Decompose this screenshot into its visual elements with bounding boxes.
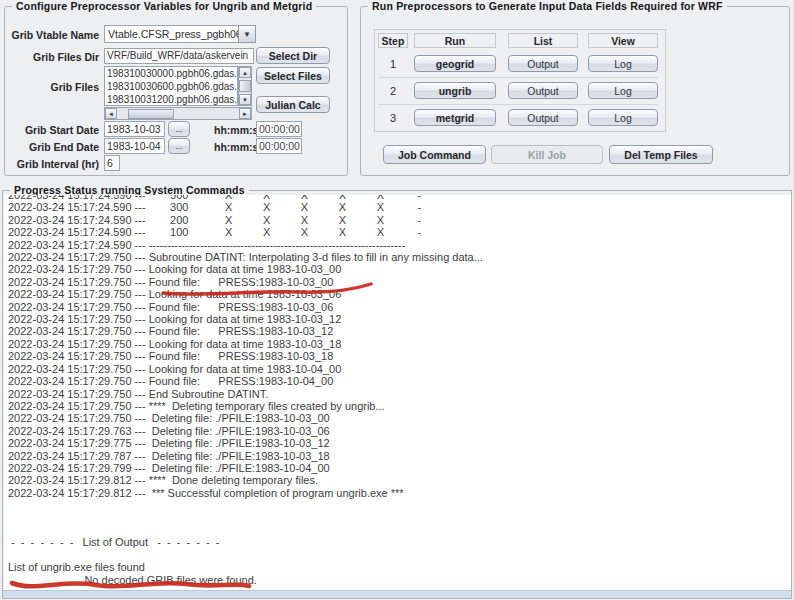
grib-start-time-input[interactable]: 00:00:00 — [256, 121, 302, 137]
scrollbar-thumb[interactable] — [239, 80, 251, 92]
ungrib-output-button[interactable]: Output — [508, 82, 578, 99]
combo-dropdown-button[interactable]: ▼ — [238, 25, 256, 43]
grib-files-dir-label: Grib Files Dir — [33, 51, 99, 63]
run-geogrid-button[interactable]: geogrid — [414, 55, 496, 72]
log-horizontal-scrollbar[interactable] — [3, 590, 791, 598]
grib-files-horizontal-scrollbar[interactable]: ◄ ► — [104, 107, 252, 120]
run-panel-title: Run Preprocessors to Generate Input Data… — [368, 0, 727, 12]
ungrib-log-button[interactable]: Log — [588, 82, 658, 99]
start-date-picker-button[interactable]: ... — [168, 121, 190, 137]
scroll-left-icon[interactable]: ◄ — [105, 108, 117, 119]
grib-start-date-input[interactable]: 1983-10-03 — [104, 121, 165, 137]
run-metgrid-button[interactable]: metgrid — [414, 109, 496, 126]
job-command-button[interactable]: Job Command — [383, 145, 486, 164]
select-files-button[interactable]: Select Files — [256, 67, 330, 84]
select-dir-button[interactable]: Select Dir — [256, 47, 330, 64]
grib-files-label: Grib Files — [51, 81, 99, 93]
progress-status-panel: Progress Status running System Commands … — [2, 190, 792, 599]
column-header-view: View — [588, 33, 658, 48]
row-divider — [378, 77, 658, 78]
metgrid-log-button[interactable]: Log — [588, 109, 658, 126]
grib-vtable-combo[interactable]: Vtable.CFSR_press_pgbh06 ▼ — [104, 25, 256, 43]
log-text: 2022-03-24 15:17:24.590 --- 500 X X X X … — [8, 195, 791, 586]
grib-end-date-input[interactable]: 1983-10-04 — [104, 138, 165, 154]
grib-end-time-input[interactable]: 00:00:00 — [256, 138, 302, 154]
del-temp-files-button[interactable]: Del Temp Files — [609, 145, 713, 164]
grib-files-vertical-scrollbar[interactable]: ▲ ▼ — [238, 66, 252, 106]
kill-job-button[interactable]: Kill Job — [491, 145, 603, 164]
grib-interval-input[interactable]: 6 — [104, 155, 120, 171]
grib-start-date-label: Grib Start Date — [25, 124, 99, 136]
step-number: 3 — [378, 112, 408, 124]
grib-vtable-label: Grib Vtable Name — [11, 29, 99, 41]
list-item[interactable]: 198310031200.pgbh06.gdas. — [105, 93, 237, 106]
column-header-list: List — [508, 33, 578, 48]
end-date-picker-button[interactable]: ... — [168, 138, 190, 154]
geogrid-log-button[interactable]: Log — [588, 55, 658, 72]
list-item[interactable]: 198310030000.pgbh06.gdas. — [105, 67, 237, 80]
step-number: 2 — [378, 85, 408, 97]
scrollbar-thumb[interactable] — [128, 109, 174, 119]
julian-calc-button[interactable]: Julian Calc — [256, 96, 330, 113]
chevron-down-icon: ▼ — [243, 30, 251, 39]
step-number: 1 — [378, 58, 408, 70]
list-item[interactable]: 198310030600.pgbh06.gdas. — [105, 80, 237, 93]
geogrid-output-button[interactable]: Output — [508, 55, 578, 72]
scroll-down-icon[interactable]: ▼ — [239, 94, 251, 105]
column-header-step: Step — [378, 33, 408, 48]
grib-vtable-value: Vtable.CFSR_press_pgbh06 — [104, 25, 238, 43]
column-header-run: Run — [414, 33, 496, 48]
run-ungrib-button[interactable]: ungrib — [414, 82, 496, 99]
configure-panel-title: Configure Preprocessor Variables for Ung… — [12, 0, 316, 12]
system-commands-log[interactable]: 2022-03-24 15:17:24.590 --- 500 X X X X … — [4, 195, 791, 591]
row-divider — [378, 104, 658, 105]
grib-end-date-label: Grib End Date — [29, 141, 99, 153]
metgrid-output-button[interactable]: Output — [508, 109, 578, 126]
scroll-up-icon[interactable]: ▲ — [239, 67, 251, 78]
grib-files-list[interactable]: 198310030000.pgbh06.gdas. 198310030600.p… — [104, 66, 238, 106]
grib-interval-label: Grib Interval (hr) — [17, 158, 99, 170]
scroll-right-icon[interactable]: ► — [239, 108, 251, 119]
configure-preprocessor-panel: Configure Preprocessor Variables for Ung… — [4, 6, 348, 176]
run-preprocessors-panel: Run Preprocessors to Generate Input Data… — [360, 6, 790, 176]
grib-files-dir-input[interactable]: VRF/Build_WRF/data/askervein — [104, 48, 254, 64]
